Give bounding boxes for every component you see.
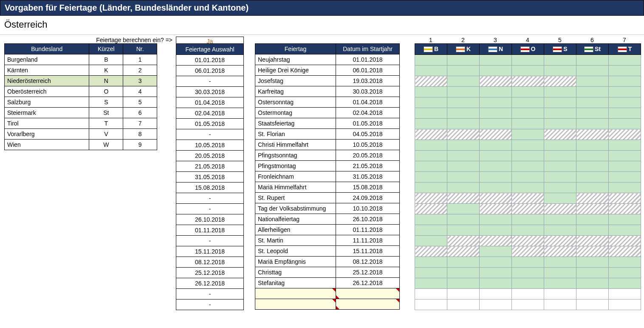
matrix-cell[interactable] [576, 55, 609, 66]
matrix-cell[interactable] [480, 119, 512, 129]
matrix-cell[interactable] [609, 76, 641, 87]
matrix-cell[interactable] [609, 236, 641, 246]
matrix-cell[interactable] [480, 55, 512, 66]
matrix-cell[interactable] [512, 193, 544, 204]
matrix-cell[interactable] [480, 299, 512, 310]
state-row[interactable]: OberösterreichO4 [5, 86, 157, 97]
matrix-cell[interactable] [609, 66, 641, 76]
matrix-cell[interactable] [609, 55, 641, 66]
matrix-cell[interactable] [609, 151, 641, 161]
matrix-cell[interactable] [480, 225, 512, 236]
matrix-cell[interactable] [609, 140, 641, 151]
state-row[interactable]: TirolT7 [5, 118, 157, 129]
matrix-cell[interactable] [544, 236, 576, 246]
selection-cell[interactable]: 25.12.2018 [176, 268, 244, 278]
matrix-cell[interactable] [609, 299, 641, 310]
state-row[interactable]: SteiermarkSt6 [5, 108, 157, 118]
state-row[interactable]: KärntenK2 [5, 65, 157, 76]
selection-cell[interactable]: 01.01.2018 [176, 55, 244, 66]
matrix-cell[interactable] [609, 225, 641, 236]
matrix-cell[interactable] [609, 278, 641, 289]
matrix-cell[interactable] [544, 225, 576, 236]
matrix-cell[interactable] [480, 183, 512, 193]
matrix-cell[interactable] [576, 278, 609, 289]
state-row[interactable]: SalzburgS5 [5, 97, 157, 108]
matrix-cell[interactable] [576, 87, 609, 97]
matrix-cell[interactable] [447, 108, 480, 119]
matrix-cell[interactable] [544, 193, 576, 204]
matrix-cell[interactable] [544, 172, 576, 183]
matrix-cell[interactable] [576, 108, 609, 119]
matrix-cell[interactable] [447, 140, 480, 151]
matrix-cell[interactable] [447, 268, 480, 278]
selection-cell[interactable]: 31.05.2018 [176, 172, 244, 183]
matrix-cell[interactable] [609, 183, 641, 193]
matrix-cell[interactable] [480, 97, 512, 108]
matrix-cell[interactable] [447, 183, 480, 193]
matrix-cell[interactable] [415, 299, 447, 310]
matrix-cell[interactable] [415, 246, 447, 257]
matrix-cell[interactable] [480, 108, 512, 119]
matrix-cell[interactable] [544, 66, 576, 76]
matrix-cell[interactable] [576, 225, 609, 236]
selection-cell[interactable]: - [176, 129, 244, 140]
matrix-cell[interactable] [576, 246, 609, 257]
matrix-cell[interactable] [512, 161, 544, 172]
matrix-cell[interactable] [480, 236, 512, 246]
matrix-cell[interactable] [447, 246, 480, 257]
matrix-cell[interactable] [576, 268, 609, 278]
matrix-cell[interactable] [609, 87, 641, 97]
matrix-cell[interactable] [609, 193, 641, 204]
matrix-cell[interactable] [415, 161, 447, 172]
matrix-cell[interactable] [512, 257, 544, 268]
matrix-cell[interactable] [447, 204, 480, 214]
matrix-cell[interactable] [609, 289, 641, 299]
matrix-cell[interactable] [480, 87, 512, 97]
matrix-cell[interactable] [512, 268, 544, 278]
matrix-cell[interactable] [512, 140, 544, 151]
matrix-cell[interactable] [447, 278, 480, 289]
matrix-cell[interactable] [480, 257, 512, 268]
matrix-cell[interactable] [512, 172, 544, 183]
matrix-cell[interactable] [415, 55, 447, 66]
matrix-cell[interactable] [512, 151, 544, 161]
selection-cell[interactable]: 15.11.2018 [176, 246, 244, 257]
matrix-cell[interactable] [544, 108, 576, 119]
matrix-cell[interactable] [512, 246, 544, 257]
matrix-cell[interactable] [609, 172, 641, 183]
selection-cell[interactable]: 26.12.2018 [176, 278, 244, 289]
matrix-cell[interactable] [576, 172, 609, 183]
holiday-name[interactable] [255, 288, 336, 299]
matrix-cell[interactable] [544, 214, 576, 225]
matrix-cell[interactable] [415, 108, 447, 119]
matrix-cell[interactable] [512, 299, 544, 310]
matrix-cell[interactable] [447, 97, 480, 108]
matrix-cell[interactable] [415, 183, 447, 193]
selection-cell[interactable]: - [176, 193, 244, 204]
matrix-cell[interactable] [415, 87, 447, 97]
matrix-cell[interactable] [415, 129, 447, 140]
selection-cell[interactable]: - [176, 299, 244, 310]
matrix-cell[interactable] [512, 225, 544, 236]
matrix-cell[interactable] [544, 55, 576, 66]
matrix-cell[interactable] [415, 257, 447, 268]
matrix-cell[interactable] [576, 66, 609, 76]
matrix-cell[interactable] [480, 140, 512, 151]
matrix-cell[interactable] [415, 278, 447, 289]
matrix-cell[interactable] [544, 76, 576, 87]
matrix-cell[interactable] [544, 257, 576, 268]
matrix-cell[interactable] [576, 183, 609, 193]
selection-cell[interactable]: 10.05.2018 [176, 140, 244, 151]
matrix-cell[interactable] [447, 129, 480, 140]
matrix-cell[interactable] [415, 76, 447, 87]
matrix-cell[interactable] [609, 129, 641, 140]
selection-cell[interactable]: 30.03.2018 [176, 87, 244, 97]
matrix-cell[interactable] [480, 246, 512, 257]
matrix-cell[interactable] [415, 97, 447, 108]
matrix-cell[interactable] [447, 299, 480, 310]
matrix-cell[interactable] [415, 140, 447, 151]
matrix-cell[interactable] [576, 97, 609, 108]
matrix-cell[interactable] [576, 140, 609, 151]
holiday-name[interactable] [255, 299, 336, 310]
matrix-cell[interactable] [576, 193, 609, 204]
